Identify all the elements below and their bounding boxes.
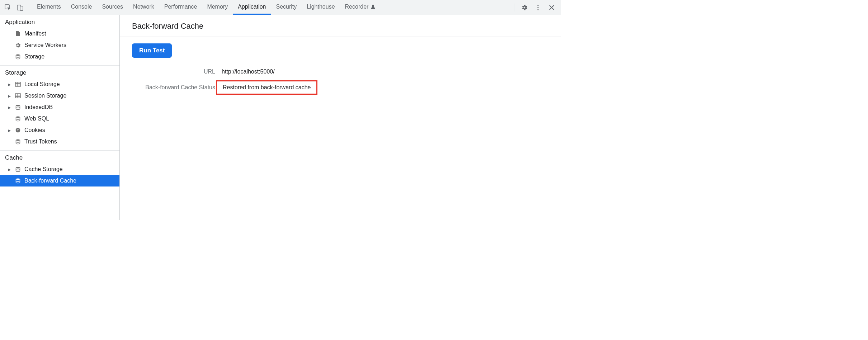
url-label: URL: [132, 69, 222, 75]
tab-label: Network: [133, 4, 154, 10]
svg-point-12: [17, 129, 18, 130]
file-icon: [14, 31, 22, 37]
svg-point-5: [537, 9, 538, 10]
database-icon: [14, 104, 22, 110]
database-icon: [14, 54, 22, 60]
sidebar-item-label: Manifest: [24, 30, 46, 37]
sidebar-item-session-storage[interactable]: ▸ Session Storage: [0, 90, 119, 101]
svg-point-13: [18, 129, 19, 130]
sidebar-group-cache: Cache: [0, 151, 119, 164]
tab-label: Recorder: [345, 4, 369, 10]
sidebar-item-label: Service Workers: [24, 42, 66, 48]
sidebar-item-back-forward-cache[interactable]: Back-forward Cache: [0, 175, 119, 186]
svg-point-3: [537, 5, 538, 6]
svg-rect-2: [20, 6, 23, 10]
sidebar-item-service-workers[interactable]: Service Workers: [0, 39, 119, 51]
sidebar-item-cookies[interactable]: ▸ Cookies: [0, 124, 119, 136]
tab-label: Console: [71, 4, 92, 10]
bfcache-status-value: Restored from back-forward cache: [223, 84, 311, 90]
bfcache-status-highlight: Restored from back-forward cache: [216, 80, 317, 95]
sidebar-item-web-sql[interactable]: Web SQL: [0, 113, 119, 124]
devtools-tabbar: Elements Console Sources Network Perform…: [0, 0, 561, 15]
tabbar-divider: [29, 4, 29, 11]
sidebar-item-label: Web SQL: [24, 115, 49, 122]
tab-memory[interactable]: Memory: [202, 0, 233, 15]
tab-recorder[interactable]: Recorder: [340, 0, 381, 15]
sidebar-item-cache-storage[interactable]: ▸ Cache Storage: [0, 164, 119, 175]
content-pane: Back-forward Cache Run Test URL http://l…: [120, 15, 561, 220]
sidebar-item-label: IndexedDB: [24, 104, 53, 110]
sidebar-group-storage: Storage: [0, 66, 119, 79]
svg-rect-8: [15, 94, 20, 98]
tab-sources[interactable]: Sources: [97, 0, 128, 15]
sidebar-item-manifest[interactable]: Manifest: [0, 28, 119, 39]
sidebar-item-local-storage[interactable]: ▸ Local Storage: [0, 79, 119, 90]
tab-label: Security: [276, 4, 297, 10]
device-toolbar-icon[interactable]: [14, 2, 26, 13]
chevron-right-icon: ▸: [7, 104, 11, 111]
database-icon: [14, 139, 22, 145]
flask-icon: [371, 4, 376, 9]
sidebar-item-indexeddb[interactable]: ▸ IndexedDB: [0, 101, 119, 113]
chevron-right-icon: ▸: [7, 93, 11, 99]
grid-icon: [14, 93, 22, 99]
sidebar-item-trust-tokens[interactable]: Trust Tokens: [0, 136, 119, 147]
grid-icon: [14, 81, 22, 87]
svg-point-6: [16, 55, 20, 56]
svg-point-11: [16, 128, 20, 133]
tabbar-divider: [514, 4, 514, 11]
svg-point-9: [16, 105, 20, 107]
tab-label: Memory: [207, 4, 228, 10]
sidebar-group-application: Application: [0, 15, 119, 28]
tab-lighthouse[interactable]: Lighthouse: [302, 0, 340, 15]
sidebar-item-label: Cookies: [24, 127, 45, 133]
tab-label: Lighthouse: [307, 4, 335, 10]
sidebar-item-storage[interactable]: Storage: [0, 51, 119, 62]
chevron-right-icon: ▸: [7, 166, 11, 173]
svg-point-16: [16, 140, 20, 141]
close-icon[interactable]: [546, 2, 557, 13]
tab-security[interactable]: Security: [271, 0, 302, 15]
gear-icon: [14, 42, 22, 48]
svg-point-18: [16, 179, 20, 180]
sidebar-item-label: Trust Tokens: [24, 138, 57, 145]
sidebar-item-label: Session Storage: [24, 93, 66, 99]
run-test-button[interactable]: Run Test: [132, 43, 172, 58]
application-sidebar: Application Manifest Service Workers: [0, 15, 120, 220]
tab-performance[interactable]: Performance: [159, 0, 202, 15]
tab-label: Sources: [102, 4, 123, 10]
database-icon: [14, 116, 22, 122]
tab-label: Elements: [37, 4, 61, 10]
svg-point-17: [16, 167, 20, 169]
sidebar-item-label: Cache Storage: [24, 166, 63, 173]
database-icon: [14, 166, 22, 172]
svg-point-14: [17, 131, 18, 131]
svg-rect-7: [15, 82, 20, 86]
sidebar-item-label: Storage: [24, 53, 44, 60]
sidebar-item-label: Back-forward Cache: [24, 178, 76, 184]
tab-label: Performance: [164, 4, 197, 10]
panel-tabs: Elements Console Sources Network Perform…: [32, 0, 511, 15]
tab-network[interactable]: Network: [128, 0, 159, 15]
tab-elements[interactable]: Elements: [32, 0, 66, 15]
inspect-element-icon[interactable]: [2, 2, 14, 13]
page-title: Back-forward Cache: [120, 15, 561, 37]
svg-point-4: [537, 7, 538, 8]
svg-point-15: [19, 131, 19, 132]
sidebar-item-label: Local Storage: [24, 81, 60, 88]
tab-application[interactable]: Application: [233, 0, 271, 15]
settings-icon[interactable]: [519, 2, 530, 13]
chevron-right-icon: ▸: [7, 81, 11, 88]
svg-point-10: [16, 117, 20, 118]
chevron-right-icon: ▸: [7, 127, 11, 134]
cookie-icon: [14, 127, 22, 133]
database-icon: [14, 178, 22, 184]
tab-console[interactable]: Console: [66, 0, 97, 15]
kebab-menu-icon[interactable]: [532, 2, 544, 13]
bfcache-status-label: Back-forward Cache Status: [132, 84, 222, 95]
url-value: http://localhost:5000/: [222, 69, 549, 75]
tab-label: Application: [238, 4, 266, 10]
